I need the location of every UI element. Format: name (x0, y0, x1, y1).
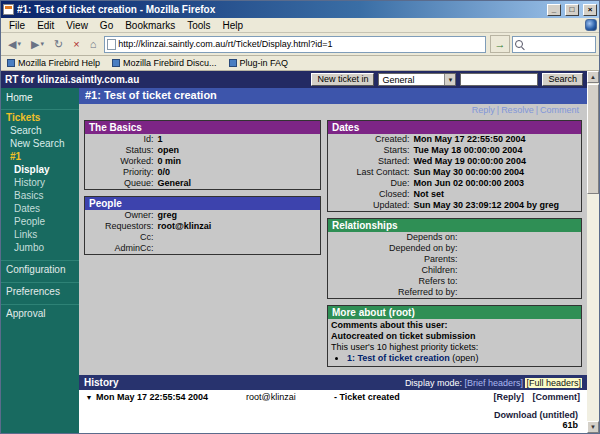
menu-bookmarks[interactable]: Bookmarks (119, 20, 181, 31)
bookmark-icon (7, 59, 15, 67)
brief-headers-link[interactable]: [Brief headers] (464, 378, 523, 388)
sidebar-item-approval[interactable]: Approval (1, 304, 79, 320)
sidebar-item-tickets[interactable]: Tickets (1, 109, 79, 124)
sidebar-item-display[interactable]: Display (1, 163, 79, 176)
minimize-button[interactable]: _ (547, 4, 561, 16)
table-row: Parents: (328, 254, 581, 265)
queue-selected-value: General (382, 75, 414, 85)
history-title: History (84, 377, 405, 388)
rt-search-button[interactable]: Search (542, 73, 583, 86)
url-input[interactable] (118, 39, 483, 49)
navigation-toolbar: ◀▾ ▶▾ ↻ × ⌂ → (1, 33, 599, 56)
download-size: 61b (494, 420, 578, 430)
scrollbar-track[interactable] (587, 194, 599, 421)
scrollbar-thumb[interactable] (587, 84, 599, 194)
page-icon (107, 39, 116, 50)
more-about-box-header: More about (root) (328, 306, 581, 319)
highest-priority-label: This user's 10 highest priority tickets: (331, 342, 578, 353)
search-icon (515, 40, 523, 48)
forward-button[interactable]: ▶▾ (27, 35, 48, 53)
download-link[interactable]: Download (untitled) (494, 410, 578, 420)
table-row: Status:open (85, 145, 320, 156)
queue-select[interactable]: General ▾ (378, 73, 456, 86)
menu-go[interactable]: Go (94, 20, 119, 31)
table-row: Due:Mon Jun 02 00:00:00 2003 (328, 178, 581, 189)
bookmark-icon (112, 59, 120, 67)
history-entry: ▼ Mon May 17 22:55:54 2004 root@klinzai … (82, 392, 584, 402)
throbber-icon (585, 19, 597, 31)
menu-edit[interactable]: Edit (31, 20, 60, 31)
chevron-down-icon: ▾ (444, 74, 455, 85)
bookmark-icon (229, 59, 237, 67)
stop-button[interactable]: × (69, 35, 83, 53)
sidebar-item-search[interactable]: Search (1, 124, 79, 137)
relationships-box: Relationships Depends on: Depended on by… (327, 218, 582, 299)
collapse-icon[interactable]: ▼ (82, 394, 96, 401)
sidebar-item-links[interactable]: Links (1, 228, 79, 241)
go-button[interactable]: → (490, 35, 510, 53)
sidebar-item-ticket-1[interactable]: #1 (1, 150, 79, 163)
sidebar-item-dates[interactable]: Dates (1, 202, 79, 215)
priority-ticket-link[interactable]: 1: Test of ticket creation (347, 353, 450, 363)
sidebar-item-preferences[interactable]: Preferences (1, 282, 79, 298)
window-title: #1: Test of ticket creation - Mozilla Fi… (17, 4, 543, 15)
chevron-down-icon: ▾ (40, 40, 44, 48)
bookmark-firebird-discussion[interactable]: Mozilla Firebird Discu... (112, 58, 217, 68)
rt-search-input[interactable] (460, 73, 538, 86)
basics-box-header: The Basics (85, 121, 320, 134)
sidebar-item-people[interactable]: People (1, 215, 79, 228)
entry-description: - Ticket created (334, 392, 400, 402)
sidebar-item-new-search[interactable]: New Search (1, 137, 79, 150)
display-mode: Display mode: [Brief headers] [Full head… (405, 378, 582, 388)
sidebar-item-jumbo[interactable]: Jumbo (1, 241, 79, 254)
history-reply-link[interactable]: [Reply] (493, 392, 524, 402)
left-column: The Basics Id:1 Status:open Worked:0 min… (84, 120, 321, 373)
back-button[interactable]: ◀▾ (4, 35, 25, 53)
reload-button[interactable]: ↻ (50, 35, 67, 53)
table-row: Priority:0/0 (85, 167, 320, 178)
menu-tools[interactable]: Tools (181, 20, 216, 31)
table-row: Queue:General (85, 178, 320, 189)
action-separator: | (536, 105, 538, 115)
sidebar: Home Tickets Search New Search #1 Displa… (1, 88, 79, 433)
header-subject: Subject: est of ticket creation (102, 432, 335, 433)
full-headers-link[interactable]: [Full headers] (525, 378, 582, 388)
menu-help[interactable]: Help (217, 20, 250, 31)
table-row: Refers to: (328, 276, 581, 287)
table-row: Cc: (85, 232, 320, 243)
table-row: Owner:greg (85, 210, 320, 221)
bookmark-firebird-help[interactable]: Mozilla Firebird Help (7, 58, 100, 68)
table-row: Worked:0 min (85, 156, 320, 167)
sidebar-item-home[interactable]: Home (1, 91, 79, 104)
people-box-header: People (85, 197, 320, 210)
bookmark-plugin-faq[interactable]: Plug-in FAQ (229, 58, 289, 68)
comment-link[interactable]: Comment (540, 105, 579, 115)
sidebar-item-basics[interactable]: Basics (1, 189, 79, 202)
comments-value: Autocreated on ticket submission (331, 331, 578, 342)
content-area: Home Tickets Search New Search #1 Displa… (1, 88, 587, 433)
vertical-scrollbar[interactable]: ▲ ▼ (587, 71, 599, 433)
home-button[interactable]: ⌂ (86, 35, 101, 53)
stop-icon: × (73, 38, 79, 50)
menu-view[interactable]: View (60, 20, 94, 31)
maximize-button[interactable]: □ (565, 4, 579, 16)
list-item: 1: Test of ticket creation (open) (347, 353, 578, 364)
web-search-input[interactable] (525, 39, 600, 49)
home-icon: ⌂ (90, 38, 97, 50)
history-comment-link[interactable]: [Comment] (533, 392, 581, 402)
menu-bar: File Edit View Go Bookmarks Tools Help (1, 18, 599, 33)
scroll-down-icon[interactable]: ▼ (587, 421, 599, 433)
download-area: Download (untitled) 61b (494, 410, 584, 433)
priority-ticket-status: (open) (450, 353, 479, 363)
close-button[interactable]: × (583, 4, 597, 16)
history-body: ▼ Mon May 17 22:55:54 2004 root@klinzai … (79, 390, 587, 433)
sidebar-item-configuration[interactable]: Configuration (1, 260, 79, 276)
menu-file[interactable]: File (3, 20, 31, 31)
back-icon: ◀ (8, 38, 16, 51)
sidebar-item-history[interactable]: History (1, 176, 79, 189)
scroll-up-icon[interactable]: ▲ (587, 71, 599, 83)
reply-link[interactable]: Reply (472, 105, 495, 115)
basics-box: The Basics Id:1 Status:open Worked:0 min… (84, 120, 321, 190)
resolve-link[interactable]: Resolve (501, 105, 534, 115)
new-ticket-button[interactable]: New ticket in (311, 73, 374, 86)
